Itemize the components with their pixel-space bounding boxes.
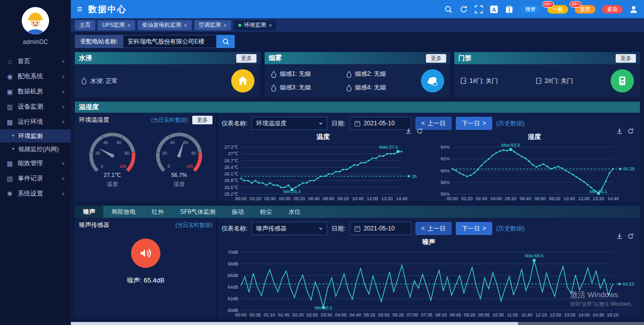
water-more-button[interactable]: 更多 [236,54,256,63]
alert-pill-2[interactable]: 99+重要 [575,5,595,14]
smoke-panel: 烟雾更多 烟感1: 无烟 烟感2: 无烟 烟感3: 无烟 烟感4: 无烟 [265,52,450,98]
svg-text:02:40: 02:40 [265,196,276,201]
refresh-icon[interactable] [416,128,423,134]
tab-home[interactable]: 主页 [75,20,95,30]
station-search-button[interactable] [217,35,235,48]
temp-more-button[interactable]: 更多 [192,116,212,124]
svg-text:02:20: 02:20 [292,312,304,317]
gift-icon[interactable] [505,5,513,14]
subtab-partial-discharge[interactable]: 局部放电 [103,206,144,218]
smoke-badge-cloud-icon [421,69,444,92]
meter-select[interactable]: 环境温湿度 [251,117,327,130]
subtab-vibration[interactable]: 振动 [224,206,252,218]
door-status-item: 1#门: 关门 [460,77,531,85]
smoke-sensor-icon [346,71,352,78]
prev-day-button[interactable]: <上一日 [415,222,452,235]
search-icon[interactable] [444,5,453,14]
svg-text:64%: 64% [440,145,449,150]
translate-icon[interactable]: A [490,5,498,14]
fullscreen-icon[interactable] [475,5,483,14]
smoke-sensor-item: 烟感2: 无烟 [346,70,416,78]
door-panel: 门禁更多 1#门: 关门 2#门: 关门 [454,52,640,98]
subtab-sf6[interactable]: SF6气体监测 [172,206,224,218]
smoke-more-button[interactable]: 更多 [426,54,446,63]
svg-text:64.53: 64.53 [623,282,634,287]
noise-sensor-card: 噪声传感器 (当日实时数据) 噪声: 65.4dB [75,218,218,318]
door-more-button[interactable]: 更多 [616,54,636,63]
svg-text:00:00: 00:00 [446,196,458,201]
alert-pill-3[interactable]: 紧急 [602,5,623,14]
close-icon[interactable]: × [269,22,272,28]
download-icon[interactable] [616,233,623,240]
svg-text:14:40: 14:40 [607,196,619,201]
svg-text:05:20: 05:20 [505,196,517,201]
alert-pill-0[interactable]: 预警 [520,5,541,14]
svg-text:0: 0 [167,164,170,169]
meter-select[interactable]: 噪声传感器 [251,222,327,235]
sidebar-item-home[interactable]: ⌂首页∨ [0,54,71,69]
svg-text:06:25: 06:25 [393,312,404,317]
refresh-icon[interactable] [459,5,468,14]
menu-toggle-icon[interactable]: ≡ [77,5,82,14]
subtab-water-level[interactable]: 水位 [280,206,309,218]
svg-text:06:40: 06:40 [520,196,531,201]
section-title: 温湿度 [75,102,640,113]
tab-ups[interactable]: UPS监测× [98,20,135,30]
sidebar-item-device-monitor[interactable]: ▥设备监测∨ [0,99,71,114]
smoke-sensor-icon [346,84,352,91]
bullet-icon: • [12,132,14,140]
tab-hvac[interactable]: 空调监测× [194,20,231,30]
history-data-link[interactable]: (历史数据) [496,224,525,233]
svg-text:07:35: 07:35 [421,312,433,317]
sidebar-item-video-monitoring[interactable]: •视频监控(内网) [0,143,71,156]
svg-text:09:20: 09:20 [549,196,561,201]
card-title: 环境温湿度 [79,116,147,124]
user-icon[interactable] [629,5,638,14]
door-icon [536,77,542,84]
chevron-down-icon: ∨ [61,74,65,79]
subtab-infrared[interactable]: 红外 [144,206,172,218]
download-icon[interactable] [405,128,412,134]
close-icon[interactable]: × [224,22,227,28]
next-day-button[interactable]: 下一日> [456,117,492,130]
noise-value: 噪声: 65.4dB [79,276,212,285]
next-day-button[interactable]: 下一日> [456,222,492,235]
close-icon[interactable]: × [127,22,131,28]
station-name-input[interactable] [123,35,217,48]
date-picker[interactable]: 2021-05-10 [350,117,411,130]
sidebar-item-env-monitoring[interactable]: •环境监测 [0,129,71,143]
tab-env-monitoring[interactable]: 环境监测× [234,20,276,30]
download-icon[interactable] [616,128,623,134]
realtime-note: (当日实时数据) [176,221,212,229]
tab-strip: 主页 UPS监测× 柴油发电机监测× 空调监测× 环境监测× [71,18,644,32]
water-status-item: 水浸: 正常 [81,77,226,85]
refresh-icon[interactable] [627,128,634,134]
tab-diesel[interactable]: 柴油发电机监测× [138,20,191,30]
svg-text:10:30: 10:30 [493,312,504,317]
date-picker[interactable]: 2021-05-10 [350,222,411,235]
sidebar-item-data-room[interactable]: ▣数据机房∨ [0,84,71,99]
sidebar-item-power-system[interactable]: ◉配电系统∨ [0,69,71,84]
sidebar-item-environment[interactable]: ▩运行环境∧ [0,114,71,129]
subtab-dust[interactable]: 粉尘 [252,206,280,218]
sidebar-item-energy[interactable]: ▦能效管理∨ [0,156,71,171]
smoke-sensor-item: 烟感3: 无烟 [271,83,341,92]
refresh-icon[interactable] [627,233,634,240]
horizontal-scrollbar[interactable] [71,322,644,325]
door-icon [460,77,466,84]
temp-humidity-card: 环境温湿度 (当日实时数据) 更多 02040608010027.1℃ 温度 0… [75,113,218,202]
topbar: ≡ 数据中心 A 预警 69+一般 99+重要 紧急 [71,0,644,18]
scrollbar-thumb[interactable] [71,322,518,325]
sidebar-item-settings[interactable]: ✱系统设置∨ [0,186,71,201]
svg-text:62dB: 62dB [228,296,238,301]
sidebar-item-events[interactable]: ▤事件记录∨ [0,171,71,186]
close-icon[interactable]: × [184,22,187,28]
svg-text:20: 20 [162,151,167,156]
svg-text:12:00: 12:00 [578,196,589,201]
subtab-noise[interactable]: 噪声 [75,206,103,218]
station-name-label: 变配电站名称: [75,35,123,48]
svg-text:56.7%: 56.7% [171,172,187,178]
history-data-link[interactable]: (历史数据) [496,119,525,128]
user-profile: adminDC [0,0,71,49]
alert-pill-1[interactable]: 69+一般 [547,5,568,14]
